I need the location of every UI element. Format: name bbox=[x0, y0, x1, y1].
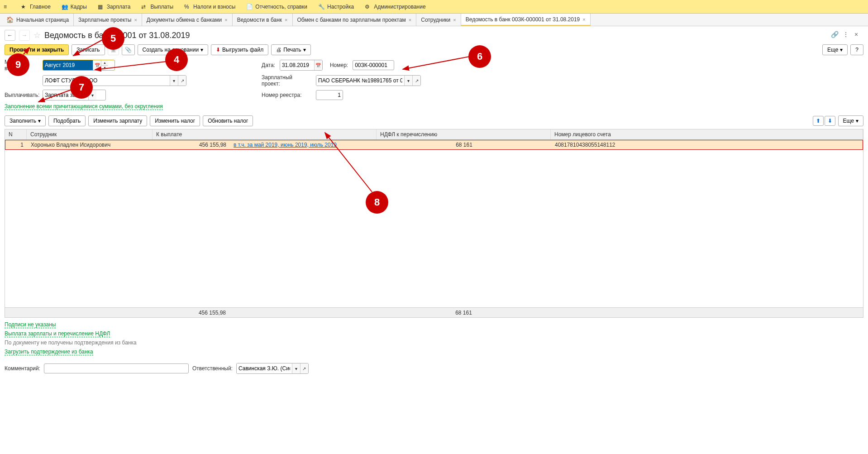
home-icon: 🏠 bbox=[6, 16, 14, 23]
save-button[interactable]: Записать bbox=[72, 44, 105, 55]
bottom-area: Подписи не указаны Выплата зарплаты и пе… bbox=[0, 318, 868, 361]
change-salary-button[interactable]: Изменить зарплату bbox=[88, 115, 147, 126]
fill-options-link[interactable]: Заполнение всеми причитающимися суммами,… bbox=[5, 103, 163, 110]
payment-link[interactable]: Выплата зарплаты и перечисление НДФЛ bbox=[5, 330, 110, 337]
arrows-icon: ⇄ bbox=[141, 4, 148, 10]
tab-bank-docs[interactable]: Документы обмена с банками× bbox=[142, 14, 233, 26]
registry-label: Номер реестра: bbox=[262, 92, 311, 98]
cell-account: 40817810438055148112 bbox=[551, 141, 863, 149]
project-input[interactable] bbox=[316, 76, 404, 86]
export-button[interactable]: ⬇ Выгрузить файл bbox=[211, 44, 268, 55]
tab-bank-docs-label: Документы обмена с банками bbox=[147, 17, 222, 23]
link-icon[interactable]: 🔗 bbox=[831, 31, 840, 40]
menu-settings[interactable]: 🔧Настройка bbox=[318, 4, 354, 10]
month-input[interactable] bbox=[43, 60, 93, 70]
col-account[interactable]: Номер лицевого счета bbox=[551, 129, 863, 139]
tab-exchange[interactable]: Обмен с банками по зарплатным проектам× bbox=[293, 14, 417, 26]
favorite-star-icon[interactable]: ☆ bbox=[33, 30, 41, 40]
project-label: Зарплатный проект: bbox=[262, 74, 311, 87]
tab-current[interactable]: Ведомость в банк 00ЗК-000001 от 31.08.20… bbox=[461, 14, 591, 26]
tab-projects[interactable]: Зарплатные проекты× bbox=[74, 14, 142, 26]
move-up-button[interactable]: ⬆ bbox=[813, 116, 824, 126]
menu-admin-label: Администрирование bbox=[374, 4, 425, 10]
tab-statements[interactable]: Ведомости в банк× bbox=[233, 14, 293, 26]
spinner-up-icon[interactable]: ▲ bbox=[101, 60, 108, 66]
people-icon: 👥 bbox=[62, 4, 68, 10]
menu-reports[interactable]: 📄Отчетность, справки bbox=[246, 4, 307, 10]
date-input-group: 📅 bbox=[280, 60, 323, 71]
tab-employees[interactable]: Сотрудники× bbox=[416, 14, 461, 26]
col-ndfl[interactable]: НДФЛ к перечислению bbox=[377, 129, 551, 139]
menu-taxes[interactable]: %Налоги и взносы bbox=[184, 4, 235, 10]
responsible-input[interactable] bbox=[237, 363, 292, 373]
dropdown-icon[interactable]: ▾ bbox=[404, 76, 412, 86]
update-tax-button[interactable]: Обновить налог bbox=[203, 115, 253, 126]
menu-payments[interactable]: ⇄Выплаты bbox=[141, 4, 173, 10]
close-icon[interactable]: × bbox=[224, 17, 227, 23]
kebab-icon[interactable]: ⋮ bbox=[843, 31, 852, 40]
dropdown-icon[interactable]: ▾ bbox=[170, 76, 178, 86]
close-icon[interactable]: × bbox=[453, 17, 456, 23]
cell-ndfl: 68 161 bbox=[377, 141, 551, 149]
menu-burger[interactable]: ≡ bbox=[4, 4, 10, 10]
arrow-down-icon: ⬇ bbox=[828, 118, 832, 124]
doc-toolbar: Провести и закрыть Записать ▣ 📎 Создать … bbox=[0, 43, 868, 59]
number-label: Номер: bbox=[330, 62, 348, 68]
menu-personnel[interactable]: 👥Кадры bbox=[62, 4, 87, 10]
col-pay[interactable]: К выплате bbox=[153, 129, 377, 139]
printer-icon: 🖨 bbox=[276, 47, 281, 53]
table-row[interactable]: 1 Хоронько Владлен Исидорович 456 155,98… bbox=[5, 140, 863, 150]
menu-settings-label: Настройка bbox=[327, 4, 354, 10]
comment-input[interactable] bbox=[44, 363, 189, 373]
menu-main[interactable]: ★Главное bbox=[21, 4, 51, 10]
detail-link[interactable]: в т.ч. за май 2019, июнь 2019, июль 2019 bbox=[234, 142, 337, 148]
tab-home[interactable]: 🏠Начальная страница bbox=[2, 14, 74, 26]
more-button[interactable]: Еще ▾ bbox=[822, 44, 848, 55]
change-tax-button[interactable]: Изменить налог bbox=[150, 115, 200, 126]
menu-admin[interactable]: ⚙Администрирование bbox=[365, 4, 425, 10]
table-header: N Сотрудник К выплате НДФЛ к перечислени… bbox=[5, 129, 863, 140]
annotation-4: 4 bbox=[165, 48, 188, 71]
table-more-button[interactable]: Еще ▾ bbox=[838, 115, 863, 126]
close-icon[interactable]: × bbox=[134, 17, 137, 23]
spinner-down-icon[interactable]: ▼ bbox=[101, 66, 108, 71]
doc-icon: 📄 bbox=[246, 4, 253, 10]
tabs-bar: 🏠Начальная страница Зарплатные проекты× … bbox=[0, 14, 868, 26]
load-confirm-link[interactable]: Загрузить подтверждение из банка bbox=[5, 349, 93, 355]
calendar-icon[interactable]: 📅 bbox=[314, 60, 322, 70]
close-window-icon[interactable]: × bbox=[854, 31, 863, 40]
nav-back-button[interactable]: ← bbox=[5, 30, 15, 41]
tab-statements-label: Ведомости в банк bbox=[237, 17, 282, 23]
comment-row: Комментарий: Ответственный: ▾ ↗ bbox=[0, 361, 868, 376]
nav-forward-button[interactable]: → bbox=[19, 30, 30, 41]
pick-button[interactable]: Подобрать bbox=[48, 115, 86, 126]
calendar-icon[interactable]: 📅 bbox=[93, 60, 101, 70]
close-icon[interactable]: × bbox=[409, 17, 411, 23]
close-icon[interactable]: × bbox=[582, 17, 585, 22]
open-icon[interactable]: ↗ bbox=[412, 76, 420, 86]
print-button[interactable]: 🖨 Печать ▾ bbox=[271, 44, 310, 55]
responsible-label: Ответственный: bbox=[192, 365, 233, 372]
responsible-input-group: ▾ ↗ bbox=[236, 363, 309, 374]
close-icon[interactable]: × bbox=[285, 17, 287, 23]
table-toolbar: Заполнить ▾ Подобрать Изменить зарплату … bbox=[0, 113, 868, 129]
org-input[interactable] bbox=[43, 76, 170, 86]
attach-button[interactable]: 📎 bbox=[122, 44, 135, 55]
col-n[interactable]: N bbox=[5, 129, 27, 139]
table-icon: ▦ bbox=[98, 4, 104, 10]
month-spinner[interactable]: ▲▼ bbox=[101, 60, 108, 70]
date-input[interactable] bbox=[280, 60, 314, 70]
menu-salary[interactable]: ▦Зарплата bbox=[98, 4, 131, 10]
open-icon[interactable]: ↗ bbox=[300, 363, 308, 373]
move-down-button[interactable]: ⬇ bbox=[825, 116, 835, 126]
signatures-link[interactable]: Подписи не указаны bbox=[5, 321, 56, 328]
help-button[interactable]: ? bbox=[850, 44, 863, 55]
open-icon[interactable]: ↗ bbox=[178, 76, 186, 86]
registry-input[interactable] bbox=[316, 90, 343, 100]
number-input[interactable] bbox=[353, 60, 394, 70]
fill-button[interactable]: Заполнить ▾ bbox=[5, 115, 46, 126]
arrow-up-icon: ⬆ bbox=[816, 118, 820, 124]
dropdown-icon[interactable]: ▾ bbox=[292, 363, 300, 373]
main-menubar: ≡ ★Главное 👥Кадры ▦Зарплата ⇄Выплаты %На… bbox=[0, 0, 868, 14]
col-employee[interactable]: Сотрудник bbox=[27, 129, 153, 139]
